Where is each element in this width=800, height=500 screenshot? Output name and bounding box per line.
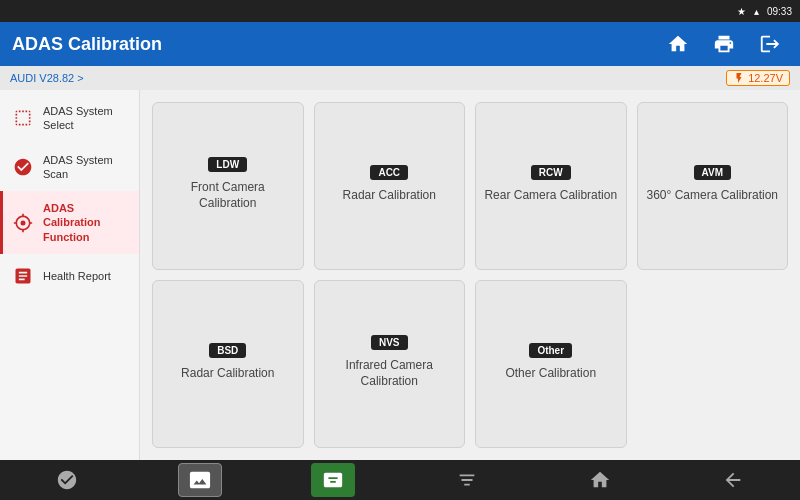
print-button[interactable] <box>706 26 742 62</box>
bluetooth-icon: ★ <box>737 6 746 17</box>
exit-button[interactable] <box>752 26 788 62</box>
health-report-icon <box>11 264 35 288</box>
header: ADAS Calibration <box>0 22 800 66</box>
wifi-icon: ▴ <box>754 6 759 17</box>
breadcrumb-text[interactable]: AUDI V28.82 > <box>10 72 84 84</box>
sidebar-label-adas-scan: ADAS System Scan <box>43 153 131 182</box>
bsd-label: Radar Calibration <box>181 366 274 382</box>
header-title: ADAS Calibration <box>12 34 650 55</box>
sidebar-item-adas-system-select[interactable]: ADAS System Select <box>0 94 139 143</box>
sidebar-item-health-report[interactable]: Health Report <box>0 254 139 298</box>
sidebar-label-health: Health Report <box>43 269 111 283</box>
rcw-badge: RCW <box>531 165 571 180</box>
bottom-nav <box>0 460 800 500</box>
sidebar-item-adas-calibration-function[interactable]: ADAS Calibration Function <box>0 191 139 254</box>
avm-badge: AVM <box>694 165 731 180</box>
sidebar-label-adas-select: ADAS System Select <box>43 104 131 133</box>
bsd-badge: BSD <box>209 343 246 358</box>
voltage-badge: 12.27V <box>726 70 790 86</box>
main-layout: ADAS System Select ADAS System Scan ADAS… <box>0 90 800 460</box>
sidebar-bottom: K <box>0 440 139 456</box>
sidebar: ADAS System Select ADAS System Scan ADAS… <box>0 90 140 460</box>
cal-card-rcw[interactable]: RCW Rear Camera Calibration <box>475 102 627 270</box>
cal-card-empty <box>637 280 789 448</box>
other-badge: Other <box>529 343 572 358</box>
rcw-label: Rear Camera Calibration <box>484 188 617 204</box>
status-bar: ★ ▴ 09:33 <box>0 0 800 22</box>
avm-label: 360° Camera Calibration <box>646 188 778 204</box>
acc-label: Radar Calibration <box>343 188 436 204</box>
settings-nav-btn[interactable] <box>45 463 89 497</box>
voltage-value: 12.27V <box>748 72 783 84</box>
ldw-label: Front Camera Calibration <box>161 180 295 211</box>
back-nav-btn[interactable] <box>711 463 755 497</box>
ldw-badge: LDW <box>208 157 247 172</box>
calibration-grid: LDW Front Camera Calibration ACC Radar C… <box>152 102 788 448</box>
svg-point-0 <box>21 220 26 225</box>
cal-card-ldw[interactable]: LDW Front Camera Calibration <box>152 102 304 270</box>
sidebar-label-calibration: ADAS Calibration Function <box>43 201 131 244</box>
cal-card-other[interactable]: Other Other Calibration <box>475 280 627 448</box>
adas-scan-icon <box>11 155 35 179</box>
screenshot-nav-btn[interactable] <box>178 463 222 497</box>
nvs-badge: NVS <box>371 335 408 350</box>
vci-nav-btn[interactable] <box>311 463 355 497</box>
breadcrumb-bar: AUDI V28.82 > 12.27V <box>0 66 800 90</box>
nvs-label: Infrared Camera Calibration <box>323 358 457 389</box>
time-display: 09:33 <box>767 6 792 17</box>
adas-calibration-icon <box>11 211 35 235</box>
home-nav-btn[interactable] <box>578 463 622 497</box>
cal-card-acc[interactable]: ACC Radar Calibration <box>314 102 466 270</box>
home-button[interactable] <box>660 26 696 62</box>
recent-nav-btn[interactable] <box>445 463 489 497</box>
sidebar-item-adas-system-scan[interactable]: ADAS System Scan <box>0 143 139 192</box>
other-label: Other Calibration <box>505 366 596 382</box>
cal-card-bsd[interactable]: BSD Radar Calibration <box>152 280 304 448</box>
cal-card-avm[interactable]: AVM 360° Camera Calibration <box>637 102 789 270</box>
content-area: LDW Front Camera Calibration ACC Radar C… <box>140 90 800 460</box>
adas-select-icon <box>11 106 35 130</box>
acc-badge: ACC <box>370 165 408 180</box>
cal-card-nvs[interactable]: NVS Infrared Camera Calibration <box>314 280 466 448</box>
